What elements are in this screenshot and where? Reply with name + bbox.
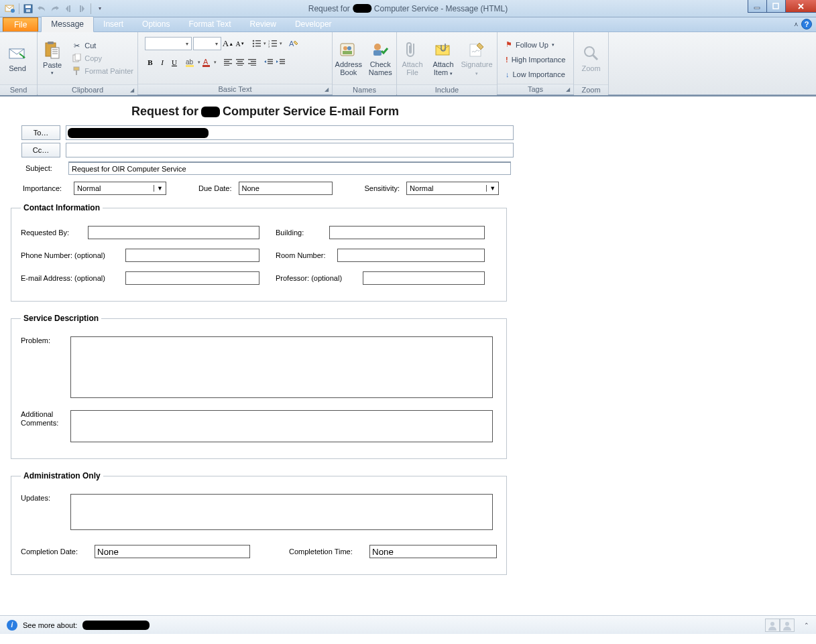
subject-field[interactable] [68,162,511,175]
sensitivity-select[interactable]: Normal▼ [406,182,499,195]
tab-review[interactable]: Review [241,17,286,31]
email-label: E-mail Address: (optional) [21,274,125,282]
indent-right-icon[interactable] [276,57,286,68]
font-size-select[interactable]: ▾ [193,37,221,50]
phone-label: Phone Number: (optional) [21,251,125,259]
indent-left-icon[interactable] [264,57,274,68]
format-painter-button[interactable]: Format Painter [71,66,133,76]
window-title: Request for Computer Service - Message (… [308,4,508,13]
high-importance-button[interactable]: !High Importance [502,54,569,65]
svg-rect-52 [280,63,285,64]
group-clipboard: Clipboard◢ [38,84,137,95]
font-color-icon[interactable]: A [202,57,213,68]
svg-rect-44 [251,61,256,62]
paste-button[interactable]: Paste▾ [38,32,67,84]
to-field[interactable] [66,125,514,140]
svg-rect-36 [224,61,229,62]
building-field[interactable] [329,226,485,239]
attach-item-button[interactable]: Attach Item ▾ [428,32,459,84]
importance-select[interactable]: Normal▼ [74,182,166,195]
importance-label: Importance: [23,184,67,192]
svg-rect-21 [255,43,261,44]
updates-field[interactable] [70,494,493,530]
tab-format-text[interactable]: Format Text [179,17,240,31]
file-tab[interactable]: File [3,17,38,31]
cc-button[interactable]: Cc… [21,143,60,157]
check-names-icon [370,40,390,59]
group-basic-text: Basic Text◢ [138,84,332,94]
numbering-icon[interactable]: 123 [268,38,278,49]
cut-button[interactable]: ✂Cut [71,40,133,51]
phone-field[interactable] [125,249,259,262]
maximize-button[interactable] [766,0,785,13]
svg-rect-16 [74,67,79,70]
tab-developer[interactable]: Developer [286,17,341,31]
tab-options[interactable]: Options [133,17,179,31]
svg-rect-56 [343,51,352,54]
shrink-font-icon[interactable]: A▼ [235,38,245,49]
svg-rect-6 [773,3,778,9]
qat-customize-icon[interactable]: ▾ [94,3,106,15]
contact-photos[interactable] [765,619,795,632]
low-importance-button[interactable]: ↓Low Importance [502,69,569,80]
attach-file-button[interactable]: Attach File [397,32,428,84]
minimize-button[interactable] [748,0,766,13]
send-button[interactable]: Send [0,32,35,84]
comments-field[interactable] [70,410,493,442]
italic-icon[interactable]: I [157,57,168,68]
to-button[interactable]: To… [21,125,60,140]
save-icon[interactable] [22,3,34,15]
tab-message[interactable]: Message [41,16,94,32]
redo-icon[interactable] [49,3,61,15]
align-center-icon[interactable] [235,57,245,68]
completion-date-field[interactable] [95,545,250,558]
tab-insert[interactable]: Insert [94,17,133,31]
professor-field[interactable] [363,271,485,285]
send-icon [7,44,27,63]
zoom-button[interactable]: Zoom [574,32,608,84]
person-icon [765,619,780,632]
completion-date-label: Completion Date: [21,548,95,556]
problem-field[interactable] [70,336,493,398]
problem-label: Problem: [21,336,70,344]
align-left-icon[interactable] [223,57,233,68]
due-date-field[interactable] [239,182,333,195]
previous-icon[interactable] [62,3,74,15]
completion-time-field[interactable] [369,545,497,558]
svg-text:3: 3 [268,45,270,48]
next-icon[interactable] [76,3,88,15]
email-field[interactable] [125,271,259,285]
dialog-launcher-icon[interactable]: ◢ [323,86,330,93]
copy-button[interactable]: Copy [71,53,133,64]
highlight-icon[interactable]: ab [186,57,196,68]
check-names-button[interactable]: Check Names [365,32,397,84]
svg-rect-19 [255,40,261,42]
svg-rect-42 [237,65,243,66]
signature-button[interactable]: Signature ▾ [459,32,495,84]
bold-icon[interactable]: B [145,57,156,68]
address-book-button[interactable]: Address Book [333,32,365,84]
follow-up-button[interactable]: ⚑Follow Up▾ [502,39,569,50]
underline-icon[interactable]: U [169,57,180,68]
room-field[interactable] [337,249,485,262]
dialog-launcher-icon[interactable]: ◢ [129,87,135,94]
svg-rect-40 [237,61,243,62]
close-button[interactable] [785,0,816,13]
bullets-icon[interactable] [251,38,262,49]
expand-pane-icon[interactable]: ⌃ [804,622,809,629]
align-right-icon[interactable] [247,57,257,68]
svg-point-1 [11,9,15,13]
quick-access-toolbar: ▾ [0,1,110,16]
undo-icon[interactable] [36,3,48,15]
dialog-launcher-icon[interactable]: ◢ [565,86,571,93]
requested-by-field[interactable] [88,226,259,239]
grow-font-icon[interactable]: A▲ [223,38,233,49]
font-family-select[interactable]: ▾ [145,37,192,50]
svg-rect-41 [236,63,244,64]
clear-format-icon[interactable]: A [288,38,299,49]
ribbon-collapse-icon[interactable]: ⋏ [794,21,799,27]
building-label: Building: [276,229,329,237]
help-icon[interactable]: ? [801,19,812,29]
cc-field[interactable] [66,143,514,157]
redacted-icon [353,4,371,13]
